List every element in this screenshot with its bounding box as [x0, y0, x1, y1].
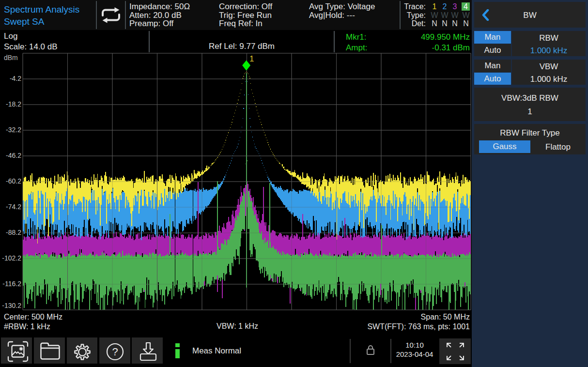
- svg-text:?: ?: [112, 346, 118, 358]
- svg-text:1: 1: [249, 54, 254, 63]
